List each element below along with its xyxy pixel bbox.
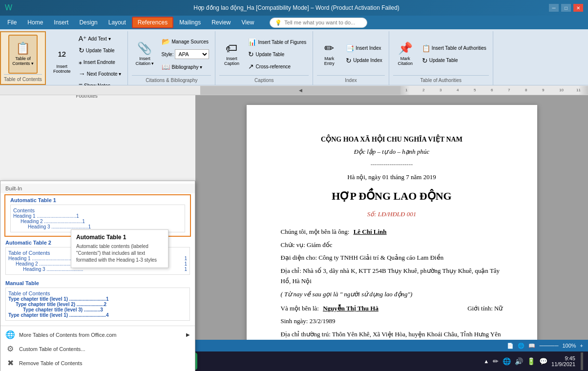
- clock-display[interactable]: 9:45 11/9/2021: [551, 355, 575, 367]
- toc-manual-table-item[interactable]: Manual Table Table of Contents Type chap…: [0, 278, 195, 324]
- index-group-label: Index: [317, 75, 385, 83]
- next-footnote-button[interactable]: → Next Footnote ▾: [76, 68, 124, 79]
- pen-tray-icon: ✏: [493, 357, 499, 365]
- layout-web-icon[interactable]: 🌐: [518, 343, 525, 349]
- remove-toc-action[interactable]: ✖ Remove Table of Contents: [0, 356, 195, 370]
- auto-table-1-h3: Heading 3 ...........................1: [13, 224, 182, 229]
- network-tray-icon[interactable]: 🌐: [503, 357, 511, 365]
- window-title: Hợp đồng lao động_Ha [Compatibility Mode…: [44, 4, 549, 11]
- remove-toc-label: Remove Table of Contents: [19, 360, 82, 366]
- layout-print-icon[interactable]: 📄: [507, 343, 514, 349]
- ribbon: 📋 Table ofContents ▾ Table of Contents ¹…: [0, 29, 588, 85]
- menu-review[interactable]: Review: [207, 18, 235, 27]
- authorities-group-label: Table of Authorities: [393, 75, 489, 83]
- tell-me-box[interactable]: 💡 Tell me what you want to do...: [270, 18, 367, 28]
- menu-bar: File Home Insert Design Layout Reference…: [0, 16, 588, 29]
- update-table-button[interactable]: ↻ Update Table: [76, 45, 124, 56]
- insert-index-button[interactable]: 📑 Insert Index: [343, 43, 385, 54]
- menu-design[interactable]: Design: [74, 18, 102, 27]
- style-select[interactable]: APA MLA Chicago: [175, 49, 209, 59]
- doc-party2-dob: Sinh ngày: 23/2/1989: [281, 316, 503, 327]
- remove-toc-icon: ✖: [5, 358, 15, 368]
- document-page[interactable]: CỘNG HOA XÃ HỘI CHU NGHĨA VIỆT NAM Độc l…: [247, 105, 537, 340]
- update-table-auth-label: Update Table: [429, 58, 458, 63]
- insert-endnote-button[interactable]: ⁎ Insert Endnote: [76, 57, 124, 67]
- mark-citation-button[interactable]: 📌 MarkCitation: [393, 35, 418, 74]
- more-toc-action[interactable]: 🌐 More Tables of Contents from Office.co…: [0, 328, 195, 342]
- captions-group-label: Captions: [219, 75, 309, 83]
- cross-reference-button[interactable]: ↗ Cross-reference: [246, 61, 309, 72]
- system-tray: ▲ ✏ 🌐 🔊 🔋 💬 9:45 11/9/2021: [483, 352, 586, 370]
- manual-h2-1: Type chapter title (level 2) ...........…: [8, 302, 187, 307]
- update-index-button[interactable]: ↻ Update Index: [343, 55, 385, 66]
- layout-read-icon[interactable]: 📖: [528, 343, 535, 349]
- maximize-btn[interactable]: □: [561, 4, 571, 12]
- mark-entry-label: MarkEntry: [324, 56, 335, 66]
- bibliography-button[interactable]: 📖 Bibliography ▾: [159, 62, 211, 72]
- doc-party1-rep: Đại diện cho: Công ty TNHH Giải trí & Qu…: [281, 253, 503, 263]
- doc-party1-note: ( Từ nay về sau gọi là " người sử dụng l…: [281, 289, 503, 300]
- more-toc-label: More Tables of Contents from Office.com: [19, 332, 117, 338]
- doc-party1-name: Lê Chí Linh: [354, 228, 387, 235]
- cross-reference-label: Cross-reference: [255, 64, 291, 69]
- add-text-button[interactable]: A⁺ Add Text ▾: [76, 33, 124, 44]
- insert-table-auth-button[interactable]: 📋 Insert Table of Authorities: [420, 43, 489, 54]
- menu-layout[interactable]: Layout: [104, 18, 131, 27]
- insert-table-figures-button[interactable]: 📊 Insert Table of Figures: [246, 37, 309, 47]
- update-table-label: Update Table: [86, 48, 115, 53]
- manual-table-preview: Table of Contents Type chapter title (le…: [5, 288, 190, 321]
- zoom-in-icon[interactable]: +: [580, 343, 583, 349]
- insert-endnote-icon: ⁎: [79, 58, 82, 66]
- update-table-captions-button[interactable]: ↻ Update Table: [246, 49, 309, 60]
- tray-chevron[interactable]: ▲: [483, 358, 489, 364]
- volume-tray-icon[interactable]: 🔊: [515, 357, 523, 365]
- zoom-slider[interactable]: ─────: [539, 343, 558, 349]
- insert-caption-button[interactable]: 🏷 InsertCaption: [219, 35, 244, 74]
- notification-tray-icon[interactable]: 💬: [539, 357, 547, 365]
- ruler: ◀ 1 2 3 4 5 6 7 8 9 10 11 12 13 14 15 16…: [0, 85, 588, 95]
- ribbon-citations-group: 📎 InsertCitation ▾ 📂 Manage Sources Styl…: [128, 31, 215, 85]
- custom-toc-action[interactable]: ⚙ Custom Table of Contents...: [0, 342, 195, 356]
- auto-table-1-h1: Heading 1 .............................1: [13, 213, 182, 219]
- insert-caption-icon: 🏷: [226, 42, 237, 54]
- toc-divider-1: [0, 326, 195, 326]
- menu-insert[interactable]: Insert: [49, 18, 73, 27]
- manual-table-title: Manual Table: [5, 280, 190, 286]
- close-btn[interactable]: ✕: [573, 4, 583, 12]
- manual-toc-label: Table of Contents: [8, 290, 187, 296]
- minimize-btn[interactable]: ─: [549, 4, 559, 12]
- menu-mailings[interactable]: Mailings: [174, 18, 206, 27]
- doc-party1-role: Chức vụ: Giám đốc: [281, 240, 503, 250]
- doc-party2-intro: Và một bên là: Nguyễn Thị Thu Hà Giới tí…: [281, 304, 503, 314]
- insert-footnote-label: InsertFootnote: [53, 64, 71, 74]
- style-label: Style:: [161, 52, 173, 57]
- bibliography-icon: 📖: [162, 63, 170, 71]
- show-desktop-btn[interactable]: [581, 352, 583, 370]
- update-table-captions-label: Update Table: [255, 52, 284, 57]
- menu-file[interactable]: File: [2, 18, 21, 27]
- add-text-icon: A⁺: [79, 35, 86, 42]
- auto-table-1-contents-label: Contents: [13, 207, 182, 213]
- doc-contract-number: Số: LĐ/HĐLĐ 001: [281, 209, 503, 220]
- insert-citation-button[interactable]: 📎 InsertCitation ▾: [132, 35, 157, 74]
- ruler-left-margin: ◀: [299, 88, 302, 93]
- auto-table-1-title: Automatic Table 1: [10, 197, 185, 203]
- bibliography-label: Bibliography ▾: [171, 64, 202, 70]
- doc-party2-name: Nguyễn Thị Thu Hà: [323, 305, 378, 312]
- menu-references[interactable]: References: [132, 17, 173, 28]
- insert-footnote-icon: ¹²: [58, 50, 66, 62]
- table-of-contents-button[interactable]: 📋 Table ofContents ▾: [8, 35, 38, 74]
- main-area: Built-In Automatic Table 1 Contents Head…: [0, 95, 588, 340]
- insert-citation-label: InsertCitation ▾: [135, 56, 154, 66]
- update-index-label: Update Index: [353, 58, 382, 63]
- manage-sources-button[interactable]: 📂 Manage Sources: [159, 36, 211, 47]
- ribbon-footnotes-group: ¹² InsertFootnote A⁺ Add Text ▾ ↻ Update…: [46, 31, 128, 85]
- menu-home[interactable]: Home: [22, 18, 48, 27]
- update-table-auth-button[interactable]: ↻ Update Table: [420, 55, 489, 66]
- mark-entry-button[interactable]: ✏ MarkEntry: [317, 35, 341, 74]
- ribbon-captions-group: 🏷 InsertCaption 📊 Insert Table of Figure…: [215, 31, 313, 85]
- ruler-content: 1 2 3 4 5 6 7 8 9 10 11 12 13 14 15 16 1…: [400, 86, 588, 95]
- insert-footnote-button[interactable]: ¹² InsertFootnote: [50, 42, 74, 82]
- mark-entry-icon: ✏: [324, 42, 334, 54]
- menu-view[interactable]: View: [237, 18, 259, 27]
